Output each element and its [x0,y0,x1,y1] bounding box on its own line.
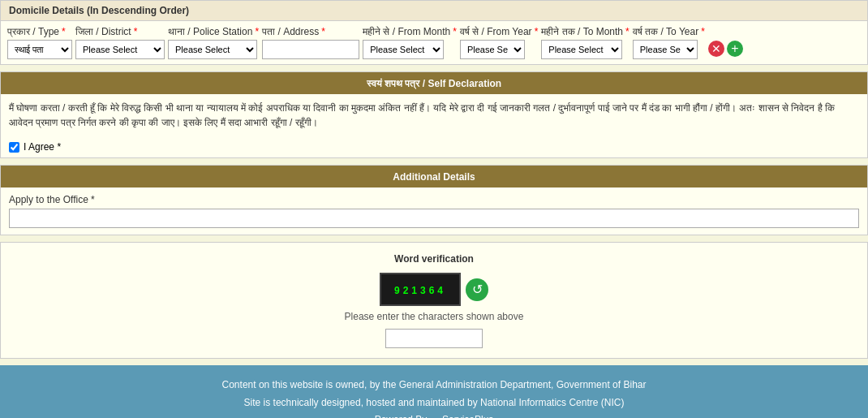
domicile-row: प्रकार / Type * स्थाई पता Please Select … [1,21,867,64]
station-select[interactable]: Please Select [168,40,257,59]
action-icons: ✕ + [708,41,743,57]
declaration-section: स्वयं शपथ पत्र / Self Declaration मैं घो… [0,71,868,158]
apply-office-input[interactable] [9,209,859,228]
to-year-label: वर्ष तक / To Year * [633,26,705,37]
from-year-field-group: वर्ष से / From Year * Please Select [460,26,538,59]
address-label: पता / Address * [262,26,359,37]
domicile-title: Domicile Details (In Descending Order) [1,1,867,21]
from-year-label: वर्ष से / From Year * [460,26,538,37]
address-field-group: पता / Address * [262,26,359,59]
footer-line3: Powered By — ServicePlus [8,412,860,418]
captcha-hint: Please enter the characters shown above [11,311,857,322]
station-label: थाना / Police Station * [168,26,259,37]
i-agree-label: I Agree * [24,141,61,153]
additional-section: Additional Details Apply to the Office * [0,165,868,235]
type-select[interactable]: स्थाई पता Please Select [7,40,72,59]
from-year-select[interactable]: Please Select [460,40,525,59]
to-month-field-group: महीने तक / To Month * Please Select [541,26,629,59]
footer-line1: Content on this website is owned, by the… [8,377,860,394]
address-input[interactable] [262,40,359,59]
domicile-section: Domicile Details (In Descending Order) प… [0,0,868,65]
i-agree-checkbox[interactable] [9,142,19,153]
i-agree-row: I Agree * [1,136,867,157]
captcha-container: 921364 ↺ [380,273,488,306]
from-month-field-group: महीने से / From Month * Please Select [363,26,457,59]
captcha-input[interactable] [385,329,483,348]
word-verification-title: Word verification [11,252,857,265]
add-row-button[interactable]: + [727,41,743,57]
district-field-group: जिला / District * Please Select [75,26,165,59]
to-month-label: महीने तक / To Month * [541,26,629,37]
footer-line2: Site is technically designed, hosted and… [8,394,860,412]
district-label: जिला / District * [75,26,165,37]
from-month-label: महीने से / From Month * [363,26,457,37]
footer: Content on this website is owned, by the… [0,365,868,418]
type-field-group: प्रकार / Type * स्थाई पता Please Select [7,26,72,59]
to-year-select[interactable]: Please Select [633,40,698,59]
to-year-field-group: वर्ष तक / To Year * Please Select [633,26,705,59]
remove-row-button[interactable]: ✕ [708,41,724,57]
apply-office-label: Apply to the Office * [9,194,859,205]
captcha-image: 921364 [380,273,461,306]
from-month-select[interactable]: Please Select [363,40,444,59]
district-select[interactable]: Please Select [75,40,165,59]
type-label: प्रकार / Type * [7,26,72,37]
additional-header: Additional Details [1,166,867,187]
apply-office-row: Apply to the Office * [1,187,867,235]
captcha-refresh-button[interactable]: ↺ [466,278,488,301]
declaration-header: स्वयं शपथ पत्र / Self Declaration [1,72,867,94]
to-month-select[interactable]: Please Select [541,40,622,59]
station-field-group: थाना / Police Station * Please Select [168,26,259,59]
declaration-text: मैं घोषणा करता / करती हूँ कि मेरे विरुद्… [1,94,867,136]
word-verification-section: Word verification 921364 ↺ Please enter … [0,242,868,359]
